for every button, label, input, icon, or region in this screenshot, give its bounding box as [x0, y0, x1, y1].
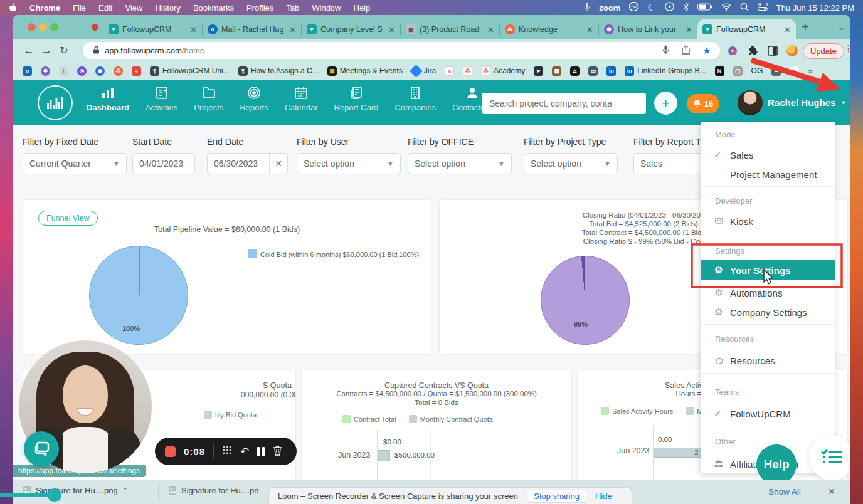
menubar-item-view[interactable]: View	[125, 3, 142, 13]
bookmark-how-to-assign[interactable]: ¶How to Assign a C...	[238, 66, 319, 76]
menubar-item-file[interactable]: File	[73, 3, 86, 13]
followupcrm-logo[interactable]	[38, 85, 73, 120]
reload-button[interactable]: ↻	[55, 45, 73, 56]
lock-icon[interactable]	[93, 46, 100, 56]
bookmark-camera-icon[interactable]: ⌑	[771, 66, 781, 76]
close-tab-icon[interactable]: ✕	[784, 25, 791, 34]
profile-extension-icon[interactable]	[786, 45, 798, 56]
user-menu-trigger[interactable]: Rachel Hughes ▼	[768, 97, 846, 108]
voice-search-icon[interactable]	[662, 45, 669, 56]
moon-focus-icon[interactable]: ☾	[647, 2, 655, 13]
tab-product-road[interactable]: ▦ (3) Product Road ✕	[401, 19, 499, 39]
menu-item-automations[interactable]: ⚙Automations	[701, 284, 835, 302]
minimize-window-button[interactable]	[39, 23, 47, 31]
zoom-status-label[interactable]: zoom	[599, 3, 620, 13]
bookmark-linkedin-groups[interactable]: inLinkedIn Groups B...	[625, 66, 706, 76]
filter-input-end-date[interactable]: 06/30/2023	[207, 153, 270, 174]
pipeline-pie[interactable]: 100%	[89, 246, 188, 345]
downloads-close-icon[interactable]: ✕	[828, 486, 835, 496]
menu-item-your-settings[interactable]: ⚙Your Settings	[701, 260, 835, 280]
bookmark-outlook-icon[interactable]: o	[23, 66, 32, 76]
chevron-up-icon[interactable]: ⌃	[122, 486, 128, 495]
menubar-item-tab[interactable]: Tab	[286, 3, 299, 13]
close-tab-icon[interactable]: ✕	[586, 25, 593, 34]
filter-input-start-date[interactable]: 04/01/2023	[132, 153, 195, 174]
global-search-input[interactable]	[482, 93, 646, 114]
address-bar[interactable]: app.followupcrm.com/home ★	[83, 42, 720, 59]
browser-menu-icon[interactable]: ⋮	[844, 43, 850, 53]
user-avatar[interactable]	[738, 90, 763, 115]
drag-grid-icon[interactable]	[222, 445, 232, 458]
menubar-item-window[interactable]: Window	[312, 3, 341, 13]
close-tab-icon[interactable]: ✕	[388, 25, 395, 34]
delete-recording-icon[interactable]	[273, 445, 282, 458]
spotlight-search-icon[interactable]	[740, 3, 749, 13]
loom-recorder-controls[interactable]: 0:08 ↶	[155, 438, 297, 465]
play-circle-icon[interactable]	[665, 2, 674, 13]
clear-end-date-button[interactable]: ✕	[269, 153, 288, 174]
stop-sharing-button[interactable]: Stop sharing	[527, 490, 586, 503]
notion-icon[interactable]: N	[715, 66, 724, 76]
restart-recording-icon[interactable]: ↶	[240, 445, 249, 458]
extension-flower-icon[interactable]	[728, 46, 738, 58]
forward-button[interactable]: →	[38, 45, 55, 57]
bookmark-red-icon[interactable]: ▿	[132, 66, 141, 76]
bookmark-meetings-events[interactable]: ▦Meetings & Events	[327, 66, 403, 76]
bluetooth-icon[interactable]	[683, 3, 689, 13]
linkedin-icon[interactable]: in	[606, 66, 616, 76]
tab-followupcrm-1[interactable]: ▼ FollowupCRM ✕	[103, 19, 202, 39]
nav-item-dashboard[interactable]: Dashboard	[87, 85, 129, 112]
menu-item-company-settings[interactable]: ⚙Company Settings	[701, 303, 835, 321]
bookmark-purple-circle-icon[interactable]: ◎	[77, 66, 87, 76]
bookmark-jira[interactable]: Jira	[411, 66, 436, 76]
new-tab-button[interactable]: +	[802, 20, 809, 34]
bookmark-send-icon[interactable]: ➤	[534, 66, 543, 76]
bookmark-airbnb-icon[interactable]: ʌ	[445, 66, 454, 76]
tab-knowledge[interactable]: ⁂ Knowledge ✕	[500, 19, 598, 39]
tab-search-chevron-icon[interactable]: ⌄	[838, 23, 845, 32]
close-tab-icon[interactable]: ✕	[190, 25, 197, 34]
menubar-item-bookmarks[interactable]: Bookmarks	[193, 3, 234, 13]
monthly-quota-bar[interactable]	[378, 450, 390, 461]
add-new-button[interactable]: +	[654, 92, 677, 115]
funnel-view-button[interactable]: Funnel View	[38, 211, 98, 226]
sidebar-icon[interactable]	[768, 46, 778, 58]
menu-item-sales[interactable]: ✓Sales	[701, 146, 835, 164]
nav-item-report-card[interactable]: Report Card	[334, 85, 378, 112]
bookmark-blue-circle-icon[interactable]: ◉	[95, 66, 105, 76]
filter-select-user[interactable]: Select option▼	[297, 153, 401, 174]
menubar-item-profiles[interactable]: Profiles	[246, 3, 273, 13]
filter-select-office[interactable]: Select option▼	[408, 153, 512, 174]
bookmarks-overflow-chevron[interactable]: »	[808, 66, 813, 76]
update-button[interactable]: Update	[803, 43, 844, 59]
download-item-2[interactable]: Signature for Hu....pn	[168, 485, 259, 495]
bookmark-followupcrm-uni[interactable]: ¶FollowupCRM Uni...	[150, 66, 230, 76]
bookmark-card-icon[interactable]: ▭	[588, 66, 598, 76]
menubar-app-name[interactable]: Chrome	[29, 3, 60, 13]
nav-item-companies[interactable]: Companies	[394, 85, 436, 112]
share-icon[interactable]	[682, 45, 690, 56]
bookmark-academy[interactable]: ⁂Academy	[481, 66, 525, 76]
loom-chat-button[interactable]	[24, 431, 59, 466]
bookmark-gem-icon[interactable]: ♦	[790, 66, 799, 76]
battery-icon[interactable]	[697, 3, 712, 13]
close-tab-icon[interactable]: ✕	[487, 25, 494, 34]
bookmark-gradcap-icon[interactable]: 🜂	[570, 66, 580, 76]
menubar-item-edit[interactable]: Edit	[98, 3, 112, 13]
pause-recording-icon[interactable]	[257, 447, 265, 456]
tab-company-level[interactable]: ▼ Company Level S ✕	[302, 19, 400, 39]
task-list-button[interactable]	[809, 435, 850, 480]
menu-item-project-management[interactable]: Project Management	[701, 165, 835, 183]
adobe-cc-icon[interactable]	[629, 2, 638, 13]
tab-how-to-link[interactable]: ✽ How to Link your ✕	[599, 19, 697, 39]
bookmark-misc-icon[interactable]: ≀	[59, 66, 68, 76]
menu-item-resources[interactable]: Resources	[701, 352, 835, 369]
bookmark-book-icon[interactable]: ▤	[552, 66, 561, 76]
loom-timeline-handle[interactable]	[48, 488, 61, 502]
close-tab-icon[interactable]: ✕	[686, 25, 692, 34]
nav-item-activities[interactable]: Activities	[146, 85, 177, 112]
bookmark-og[interactable]: OG	[751, 66, 763, 75]
close-tab-icon[interactable]: ✕	[289, 25, 296, 34]
back-button[interactable]: ←	[20, 45, 38, 57]
notifications-button[interactable]: 16	[687, 94, 719, 113]
